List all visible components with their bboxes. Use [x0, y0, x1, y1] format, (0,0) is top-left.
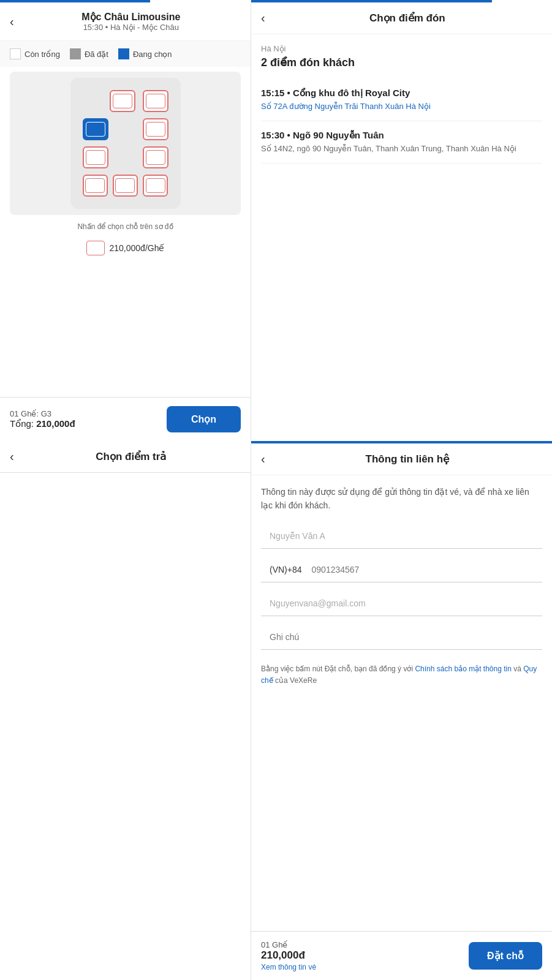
pickup-2-time: 15:30 — [261, 130, 284, 140]
pickup-header: ‹ Chọn điểm đón — [251, 2, 552, 34]
legend-empty-box — [10, 48, 21, 59]
seat-8[interactable] — [113, 175, 138, 197]
seat-g3-selected[interactable] — [83, 118, 108, 140]
pickup-panel: ‹ Chọn điểm đón Hà Nội 2 điểm đón khách … — [251, 0, 552, 441]
seat-hint: Nhấn để chọn chỗ trên sơ đồ — [0, 220, 251, 233]
pickup-1-address: Số 72A đường Nguyễn Trãi Thanh Xuân Hà N… — [261, 101, 542, 112]
contact-panel: ‹ Thông tin liên hệ Thông tin này được s… — [251, 441, 552, 980]
pickup-1-time-name: 15:15 • Cổng khu đô thị Royal City — [261, 88, 542, 99]
phone-input[interactable] — [307, 557, 542, 582]
dat-cho-button[interactable]: Đặt chỗ — [469, 942, 542, 970]
bottom-price: 210,000đ — [261, 949, 316, 962]
back-button-seat[interactable]: ‹ — [10, 15, 14, 29]
bottom-row: ‹ Chọn điểm trả ‹ Thông tin liên hệ Thôn… — [0, 441, 552, 980]
phone-prefix[interactable]: (VN)+84 — [261, 557, 307, 582]
legend-selecting: Đang chọn — [118, 48, 172, 59]
pickup-2-address: Số 14N2, ngõ 90 Nguyễn Tuân, Thanh Xuân … — [261, 143, 542, 154]
chon-button[interactable]: Chọn — [167, 406, 241, 432]
pickup-point-2[interactable]: 15:30 • Ngõ 90 Nguyễn Tuân Số 14N2, ngõ … — [261, 121, 542, 164]
seat-diagram — [70, 78, 181, 209]
seat-header-title: Mộc Châu Limousine 15:30 • Hà Nội - Mộc … — [21, 11, 241, 32]
pickup-1-dot: • — [287, 88, 293, 98]
view-ticket-link[interactable]: Xem thông tin vé — [261, 963, 316, 971]
app-container: ‹ Mộc Châu Limousine 15:30 • Hà Nội - Mộ… — [0, 0, 552, 980]
seat-5[interactable] — [83, 146, 108, 168]
legend-selecting-label: Đang chọn — [133, 50, 172, 59]
email-input[interactable] — [261, 591, 542, 616]
pickup-1-name: Cổng khu đô thị Royal City — [293, 88, 410, 98]
terms-after: của VeXeRe — [275, 676, 317, 685]
pickup-title: Chọn điểm đón — [273, 12, 542, 24]
privacy-link[interactable]: Chính sách bảo mật thông tin — [415, 665, 511, 673]
dropoff-title: Chọn điểm trả — [21, 450, 241, 463]
bus-route: 15:30 • Hà Nội - Mộc Châu — [21, 23, 241, 32]
legend-selecting-box — [118, 48, 129, 59]
back-button-contact[interactable]: ‹ — [261, 452, 265, 466]
contact-title: Thông tin liên hệ — [273, 453, 542, 466]
price-seat-icon — [86, 241, 105, 255]
dropoff-list — [0, 473, 251, 980]
seat-count-info: 01 Ghế: G3 — [10, 409, 75, 418]
contact-content: Thông tin này được sử dụng để gửi thông … — [251, 475, 552, 931]
bottom-seats: 01 Ghế — [261, 940, 316, 949]
seat-row-3 — [83, 146, 168, 168]
seat-row-4 — [83, 175, 168, 197]
name-input[interactable] — [261, 524, 542, 549]
contact-description: Thông tin này được sử dụng để gửi thông … — [261, 485, 542, 513]
city-label: Hà Nội — [261, 44, 542, 53]
contact-bottom-left: 01 Ghế 210,000đ Xem thông tin vé — [261, 940, 316, 971]
legend-taken-label: Đã đặt — [85, 50, 108, 59]
total-label: Tổng: — [10, 418, 34, 429]
seat-diagram-container — [10, 72, 241, 215]
seat-selection-panel: ‹ Mộc Châu Limousine 15:30 • Hà Nội - Mộ… — [0, 0, 251, 441]
top-row: ‹ Mộc Châu Limousine 15:30 • Hà Nội - Mộ… — [0, 0, 552, 441]
seat-bottom-bar: 01 Ghế: G3 Tổng: 210,000đ Chọn — [0, 397, 251, 441]
terms-middle: và — [513, 665, 523, 673]
price-per-seat: 210,000đ/Ghế — [110, 243, 165, 253]
pickup-2-name: Ngõ 90 Nguyễn Tuân — [293, 130, 384, 140]
back-button-pickup[interactable]: ‹ — [261, 11, 265, 25]
seat-2[interactable] — [143, 90, 168, 112]
terms-before: Bằng việc bấm nút Đặt chỗ, bạn đã đồng ý… — [261, 665, 415, 673]
seat-row-2 — [83, 118, 168, 140]
pickup-point-1[interactable]: 15:15 • Cổng khu đô thị Royal City Số 72… — [261, 79, 542, 121]
phone-row: (VN)+84 — [261, 557, 542, 582]
total-price: Tổng: 210,000đ — [10, 418, 75, 429]
seat-7[interactable] — [83, 175, 108, 197]
seat-legend: Còn trống Đã đặt Đang chọn — [0, 41, 251, 67]
points-count: 2 điểm đón khách — [261, 56, 542, 69]
price-display: 210,000đ/Ghế — [0, 233, 251, 263]
seat-4[interactable] — [143, 118, 168, 140]
legend-empty-label: Còn trống — [25, 50, 60, 59]
seat-bottom-info: 01 Ghế: G3 Tổng: 210,000đ — [10, 409, 75, 429]
pickup-1-time: 15:15 — [261, 88, 284, 98]
bus-name: Mộc Châu Limousine — [21, 11, 241, 23]
seat-1[interactable] — [110, 90, 135, 112]
legend-taken-box — [70, 48, 81, 59]
dropoff-header: ‹ Chọn điểm trả — [0, 441, 251, 473]
contact-header: ‹ Thông tin liên hệ — [251, 443, 552, 475]
contact-bottom-bar: 01 Ghế 210,000đ Xem thông tin vé Đặt chỗ — [251, 931, 552, 980]
seat-row-1 — [83, 90, 168, 112]
note-input[interactable] — [261, 625, 542, 650]
pickup-2-dot: • — [287, 130, 293, 140]
seat-panel-header: ‹ Mộc Châu Limousine 15:30 • Hà Nội - Mộ… — [0, 2, 251, 41]
total-amount: 210,000đ — [36, 418, 75, 429]
seat-6[interactable] — [143, 146, 168, 168]
legend-empty: Còn trống — [10, 48, 60, 59]
pickup-2-time-name: 15:30 • Ngõ 90 Nguyễn Tuân — [261, 130, 542, 141]
terms-text: Bằng việc bấm nút Đặt chỗ, bạn đã đồng ý… — [261, 663, 542, 687]
pickup-content: Hà Nội 2 điểm đón khách 15:15 • Cổng khu… — [251, 34, 552, 441]
legend-taken: Đã đặt — [70, 48, 108, 59]
dropoff-panel: ‹ Chọn điểm trả — [0, 441, 251, 980]
back-button-dropoff[interactable]: ‹ — [10, 450, 14, 464]
seat-9[interactable] — [143, 175, 168, 197]
